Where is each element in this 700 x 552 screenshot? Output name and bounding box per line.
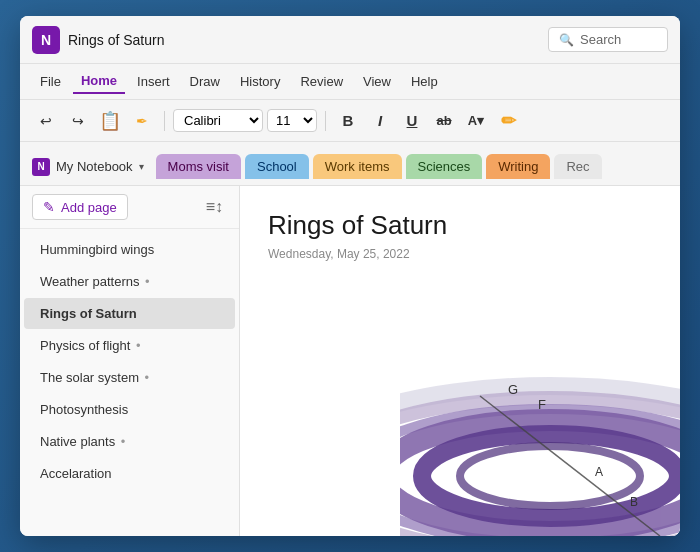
- underline-button[interactable]: U: [398, 107, 426, 135]
- app-logo: N: [32, 26, 60, 54]
- dot: •: [141, 370, 149, 385]
- main-content: ✎ Add page ≡↕ Hummingbird wings Weather …: [20, 186, 680, 536]
- redo-button[interactable]: ↪: [64, 107, 92, 135]
- menu-bar: File Home Insert Draw History Review Vie…: [20, 64, 680, 100]
- menu-help[interactable]: Help: [403, 70, 446, 93]
- sort-button[interactable]: ≡↕: [202, 194, 227, 220]
- note-content[interactable]: Rings of Saturn Wednesday, May 25, 2022: [240, 186, 680, 536]
- italic-button[interactable]: I: [366, 107, 394, 135]
- saturn-diagram: G F A B: [400, 276, 680, 536]
- menu-draw[interactable]: Draw: [182, 70, 228, 93]
- paste-button[interactable]: 📋: [96, 107, 124, 135]
- page-item-hummingbird[interactable]: Hummingbird wings: [24, 234, 235, 265]
- sidebar: ✎ Add page ≡↕ Hummingbird wings Weather …: [20, 186, 240, 536]
- toolbar: ↩ ↪ 📋 ✒ Calibri 11 B I U ab A▾ ✏: [20, 100, 680, 142]
- notebook-icon: N: [32, 158, 50, 176]
- page-item-native[interactable]: Native plants •: [24, 426, 235, 457]
- svg-text:G: G: [508, 382, 518, 397]
- font-size-select[interactable]: 11: [267, 109, 317, 132]
- sidebar-header: ✎ Add page ≡↕: [20, 186, 239, 229]
- strikethrough-button[interactable]: ab: [430, 107, 458, 135]
- dot: •: [117, 434, 125, 449]
- svg-point-5: [460, 446, 640, 506]
- page-item-rings[interactable]: Rings of Saturn: [24, 298, 235, 329]
- note-title: Rings of Saturn: [268, 210, 652, 241]
- page-item-weather[interactable]: Weather patterns •: [24, 266, 235, 297]
- bold-button[interactable]: B: [334, 107, 362, 135]
- page-item-solar[interactable]: The solar system •: [24, 362, 235, 393]
- menu-insert[interactable]: Insert: [129, 70, 178, 93]
- dot: •: [132, 338, 140, 353]
- add-page-button[interactable]: ✎ Add page: [32, 194, 128, 220]
- notebook-name: My Notebook: [56, 159, 133, 174]
- add-page-label: Add page: [61, 200, 117, 215]
- tabs-row: N My Notebook ▾ Moms visit School Work i…: [20, 142, 680, 186]
- page-item-physics[interactable]: Physics of flight •: [24, 330, 235, 361]
- undo-button[interactable]: ↩: [32, 107, 60, 135]
- window-title: Rings of Saturn: [68, 32, 548, 48]
- title-bar: N Rings of Saturn 🔍 Search: [20, 16, 680, 64]
- note-date: Wednesday, May 25, 2022: [268, 247, 652, 261]
- menu-history[interactable]: History: [232, 70, 288, 93]
- chevron-down-icon: ▾: [139, 161, 144, 172]
- svg-text:F: F: [538, 397, 546, 412]
- search-label: Search: [580, 32, 621, 47]
- menu-home[interactable]: Home: [73, 69, 125, 94]
- toolbar-divider-2: [325, 111, 326, 131]
- tab-school[interactable]: School: [245, 154, 309, 179]
- tab-moms[interactable]: Moms visit: [156, 154, 241, 179]
- search-box[interactable]: 🔍 Search: [548, 27, 668, 52]
- format-painter-button[interactable]: ✒: [128, 107, 156, 135]
- page-list: Hummingbird wings Weather patterns • Rin…: [20, 229, 239, 536]
- tab-writing[interactable]: Writing: [486, 154, 550, 179]
- search-icon: 🔍: [559, 33, 574, 47]
- add-page-icon: ✎: [43, 199, 55, 215]
- font-color-button[interactable]: A▾: [462, 107, 490, 135]
- highlight-button[interactable]: ✏: [494, 107, 522, 135]
- font-family-select[interactable]: Calibri: [173, 109, 263, 132]
- svg-text:B: B: [630, 495, 638, 509]
- page-item-accel[interactable]: Accelaration: [24, 458, 235, 489]
- tab-work[interactable]: Work items: [313, 154, 402, 179]
- menu-file[interactable]: File: [32, 70, 69, 93]
- menu-view[interactable]: View: [355, 70, 399, 93]
- notebook-selector[interactable]: N My Notebook ▾: [32, 158, 144, 176]
- menu-review[interactable]: Review: [292, 70, 351, 93]
- tab-more[interactable]: Rec: [554, 154, 601, 179]
- app-window: N Rings of Saturn 🔍 Search File Home Ins…: [20, 16, 680, 536]
- svg-text:A: A: [595, 465, 603, 479]
- dot: •: [141, 274, 149, 289]
- toolbar-divider-1: [164, 111, 165, 131]
- tab-sciences[interactable]: Sciences: [406, 154, 483, 179]
- page-item-photosynthesis[interactable]: Photosynthesis: [24, 394, 235, 425]
